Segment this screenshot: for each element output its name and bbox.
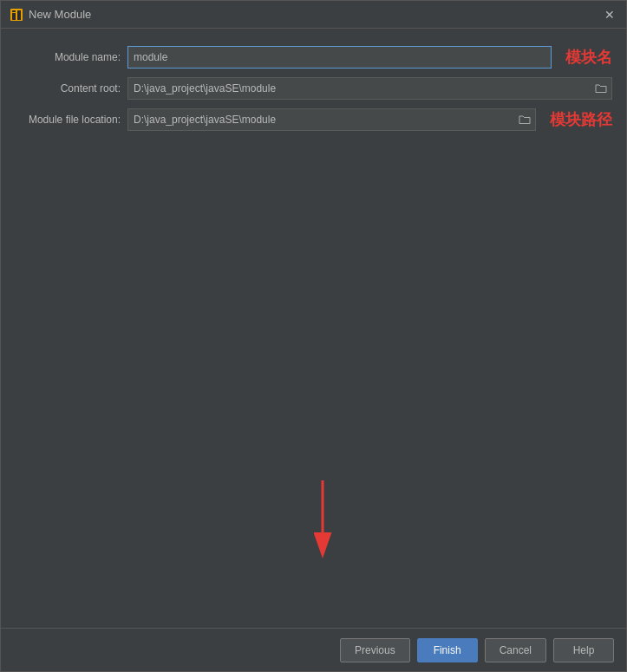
svg-rect-3 xyxy=(12,10,16,12)
module-file-location-input[interactable] xyxy=(127,108,536,131)
module-file-location-row: Module file location: 模块路径 xyxy=(15,108,612,131)
module-file-location-folder-button[interactable] xyxy=(515,110,534,129)
module-name-row: Module name: 模块名 xyxy=(15,46,612,69)
dialog-new-module: New Module ✕ Module name: 模块名 Content ro… xyxy=(0,0,627,672)
svg-rect-1 xyxy=(12,13,16,20)
content-root-input-wrapper xyxy=(127,77,612,100)
content-root-row: Content root: xyxy=(15,77,612,100)
arrow-icon xyxy=(297,480,349,558)
title-bar-text: New Module xyxy=(29,8,602,21)
arrow-area xyxy=(15,140,612,610)
module-name-label: Module name: xyxy=(15,51,127,63)
previous-button[interactable]: Previous xyxy=(340,638,410,662)
svg-rect-2 xyxy=(17,10,21,20)
module-name-input-wrapper xyxy=(127,46,552,69)
help-button[interactable]: Help xyxy=(553,638,614,662)
module-file-annotation: 模块路径 xyxy=(550,109,612,130)
finish-button[interactable]: Finish xyxy=(417,638,478,662)
content-root-input[interactable] xyxy=(127,77,612,100)
module-name-annotation: 模块名 xyxy=(565,47,612,68)
close-button[interactable]: ✕ xyxy=(602,7,617,23)
module-file-location-input-wrapper xyxy=(127,108,536,131)
module-name-input[interactable] xyxy=(127,46,552,69)
app-icon xyxy=(10,8,23,22)
content-root-label: Content root: xyxy=(15,82,127,95)
content-root-folder-button[interactable] xyxy=(591,79,611,98)
title-bar: New Module ✕ xyxy=(1,1,626,29)
module-file-location-label: Module file location: xyxy=(15,114,127,126)
cancel-button[interactable]: Cancel xyxy=(485,638,546,662)
form-content: Module name: 模块名 Content root: Module fi… xyxy=(1,29,626,628)
footer: Previous Finish Cancel Help xyxy=(1,628,626,671)
